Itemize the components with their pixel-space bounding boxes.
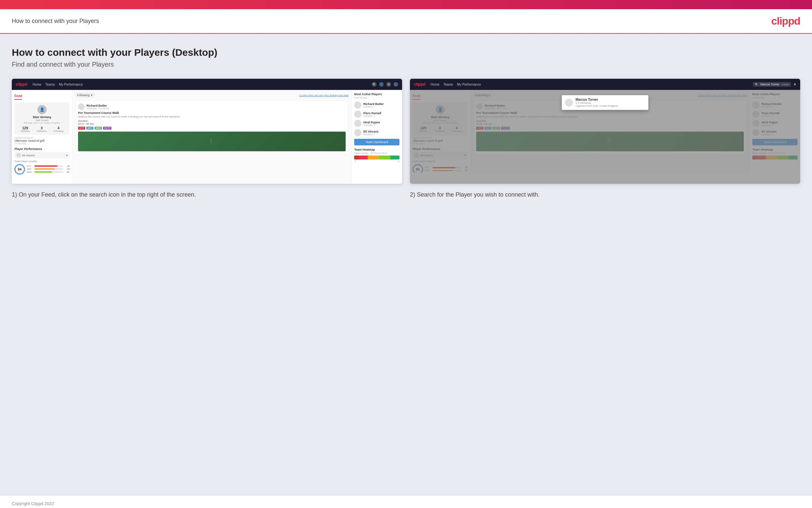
team-heatmap-sub-1: Player Quality · 20 Round Trend <box>354 152 399 154</box>
score-bar-ott: OTT 79 <box>27 165 69 167</box>
screenshot-1: clippd Home Teams My Performance 🔍 👤 ⚙ 👤 <box>12 79 402 184</box>
score-bar-label-arg: ARG <box>27 171 34 173</box>
profile-avatar-1: 👤 <box>37 105 47 114</box>
tag-arg: ARG <box>94 127 102 130</box>
following-chevron: ▾ <box>91 93 93 97</box>
heatmap-labels-1: -5 +5 <box>354 160 399 162</box>
logo: clippd <box>771 15 800 27</box>
player-perf-title-1: Player Performance <box>14 147 69 151</box>
score-bar-value-ott: 79 <box>64 165 69 167</box>
following-count: 4 <box>54 126 64 130</box>
player-avatar-1 <box>354 101 362 109</box>
app-logo-2: clippd <box>414 82 425 87</box>
score-bar-fill-arg <box>35 171 52 173</box>
latest-activity-name: Afternoon round of golf <box>14 139 69 142</box>
heatmap-bar-1 <box>354 156 399 160</box>
activity-user-info-1: Richard Butler Yesterday · The Grove <box>87 104 109 110</box>
quality-score-1: 84 OTT 79 <box>14 164 69 175</box>
activity-avatar-1 <box>78 103 85 110</box>
header: How to connect with your Players clippd <box>0 9 812 34</box>
score-bar-track-arg <box>35 171 63 173</box>
player-item-1: Richard Butler Activities: 7 <box>354 101 399 109</box>
score-bar-fill-app <box>35 168 55 170</box>
stat-followers: 3 Followers <box>37 126 47 132</box>
control-link-1[interactable]: Control who can see your activity and da… <box>299 94 349 97</box>
feed-tab-1[interactable]: Feed <box>14 94 22 100</box>
footer: Copyright Clippd 2022 <box>0 496 812 508</box>
team-dashboard-btn-1[interactable]: Team Dashboard <box>354 139 399 145</box>
duration-label: Duration <box>78 120 88 122</box>
search-result-info: Marcus Turner 1-5 Handicap Cypress Point… <box>576 98 618 107</box>
nav-performance-2[interactable]: My Performance <box>457 83 481 86</box>
score-bar-label-app: APP <box>27 168 34 170</box>
player-select-1[interactable]: Eli Vincent ▾ <box>14 152 69 159</box>
hero-section: How to connect with your Players (Deskto… <box>12 47 800 68</box>
app-nav-icons-2: 🔍 Marcus Turner CLEAR × <box>753 82 796 87</box>
heatmap-seg-3 <box>368 156 379 160</box>
activity-user-1: Richard Butler Yesterday · The Grove <box>78 103 346 110</box>
activity-duration-1: Duration 02 hr : 00 min <box>78 120 346 125</box>
following-button-1[interactable]: Following ▾ <box>75 92 94 98</box>
nav-performance-1[interactable]: My Performance <box>59 83 83 86</box>
step1-description: 1) On your Feed, click on the search ico… <box>12 190 402 199</box>
screenshot-2-col: clippd Home Teams My Performance 🔍 Marcu… <box>410 79 800 199</box>
player-sub-3: Activities: 3 <box>363 124 380 126</box>
player-name-1: Richard Butler <box>363 102 384 106</box>
team-heatmap-title-1: Team Heatmap <box>354 148 399 151</box>
settings-icon-nav[interactable]: ⚙ <box>386 82 391 87</box>
activities-count: 129 <box>21 126 30 130</box>
copyright-text: Copyright Clippd 2022 <box>12 501 54 506</box>
score-bar-label-ott: OTT <box>27 165 34 167</box>
score-bar-track-ott <box>35 165 63 167</box>
player-item-2: Piers Parnell Activities: 4 <box>354 111 399 118</box>
heatmap-label-neg: -5 <box>354 160 356 162</box>
search-result-location: Cypress Point Club, United Kingdom <box>576 104 618 107</box>
app-logo-1: clippd <box>16 82 27 87</box>
profile-location-1: Mill Ride Golf Club, United Kingdom <box>17 122 67 124</box>
player-item-4: Eli Vincent Activities: 1 <box>354 129 399 136</box>
activity-desc-1: Walking the course with my coach to buil… <box>78 115 346 118</box>
heatmap-seg-4 <box>379 156 391 160</box>
nav-teams-2[interactable]: Teams <box>443 83 453 86</box>
activities-label: Activities <box>21 130 30 132</box>
heatmap-seg-1 <box>354 156 359 160</box>
score-bar-app: APP 70 <box>27 168 69 170</box>
player-info-2: Piers Parnell Activities: 4 <box>363 112 381 117</box>
app-left-panel-1: Feed 👤 Blair McHarg Golf Coach Mill Ride… <box>12 90 73 184</box>
activity-card-1: Richard Butler Yesterday · The Grove Pre… <box>75 100 349 154</box>
screenshots-row: clippd Home Teams My Performance 🔍 👤 ⚙ 👤 <box>12 79 800 199</box>
score-bar-fill-ott <box>35 165 57 167</box>
screenshot-1-col: clippd Home Teams My Performance 🔍 👤 ⚙ 👤 <box>12 79 402 199</box>
most-active-title-1: Most Active Players <box>354 92 399 96</box>
activity-image-1: 🏌️ <box>78 132 346 151</box>
app-nav-links-1: Home Teams My Performance <box>33 83 83 86</box>
search-result-avatar <box>565 99 573 107</box>
profile-role-1: Golf Coach <box>17 119 67 122</box>
tag-app: APP <box>86 127 93 130</box>
clear-button-2[interactable]: CLEAR <box>781 83 789 86</box>
page-title: How to connect with your Players <box>12 18 99 25</box>
player-info-3: Hiral Pujara Activities: 3 <box>363 121 380 126</box>
quality-label-1: Total Player Quality <box>14 160 69 163</box>
following-label: Following <box>77 93 90 97</box>
nav-home-1[interactable]: Home <box>33 83 41 86</box>
nav-home-2[interactable]: Home <box>431 83 439 86</box>
player-sub-4: Activities: 1 <box>363 133 378 135</box>
avatar-icon-nav[interactable]: 👤 <box>393 82 398 87</box>
people-icon-nav[interactable]: 👤 <box>379 82 384 87</box>
search-icon-nav[interactable]: 🔍 <box>372 82 377 87</box>
duration-value: 02 hr : 00 min <box>78 122 94 125</box>
score-bar-value-app: 70 <box>64 168 69 170</box>
app-middle-panel-1: Following ▾ Control who can see your act… <box>73 90 351 184</box>
most-active-subtitle-1: Last 30 days <box>354 96 399 99</box>
search-result-marcus[interactable]: Marcus Turner 1-5 Handicap Cypress Point… <box>562 95 648 110</box>
app-nav-icons-1: 🔍 👤 ⚙ 👤 <box>372 82 398 87</box>
hero-subtitle: Find and connect with your Players <box>12 61 800 68</box>
close-icon-2[interactable]: × <box>794 82 796 87</box>
score-bars-1: OTT 79 APP <box>27 165 69 174</box>
profile-stats-1: 129 Activities 3 Followers 4 Following <box>17 126 67 132</box>
following-label: Following <box>54 130 64 132</box>
nav-teams-1[interactable]: Teams <box>45 83 55 86</box>
top-bar <box>0 0 812 9</box>
heatmap-seg-5 <box>390 156 399 160</box>
